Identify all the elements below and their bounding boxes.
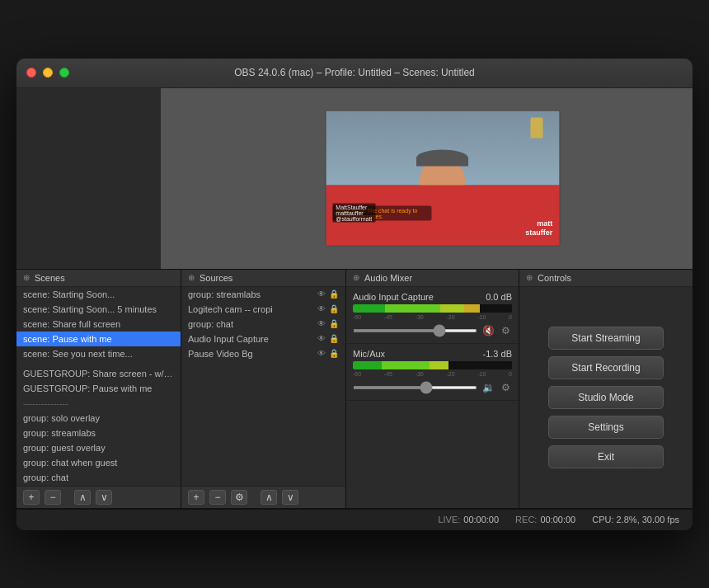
audio-header-icon: ⊕ [353, 273, 359, 282]
meter-seg-green-mid-1 [382, 361, 430, 369]
settings-button[interactable]: Settings [548, 416, 664, 439]
window-title: OBS 24.0.6 (mac) – Profile: Untitled – S… [234, 67, 474, 78]
lock-icon-3[interactable]: 🔒 [329, 334, 339, 343]
sources-toolbar: + − ⚙ ∧ ∨ [181, 486, 345, 508]
mute-button-1[interactable]: 🔉 [481, 380, 496, 395]
sources-up-button[interactable]: ∧ [261, 490, 277, 505]
source-item-0[interactable]: group: streamlabs 👁 🔒 [181, 287, 345, 302]
audio-db-0: 0.0 dB [486, 292, 512, 302]
sources-header: ⊕ Sources [181, 270, 345, 287]
meter-seg-green-mid-0 [385, 304, 441, 313]
eye-icon-1[interactable]: 👁 [317, 304, 326, 313]
brand-watermark: matt stauffer [525, 219, 552, 238]
sources-panel: ⊕ Sources group: streamlabs 👁 🔒 Logitech… [181, 270, 346, 508]
audio-settings-0[interactable]: ⚙ [500, 323, 512, 338]
audio-content: Audio Input Capture 0.0 dB -60 -45 -30 [346, 287, 519, 508]
start-streaming-button[interactable]: Start Streaming [548, 327, 664, 350]
audio-name-1: Mic/Aux [353, 349, 385, 359]
scene-item-10[interactable]: group: streamlabs [16, 426, 181, 440]
scenes-toolbar: + − ∧ ∨ [16, 486, 181, 508]
sources-list[interactable]: group: streamlabs 👁 🔒 Logitech cam -- cr… [181, 287, 345, 486]
audio-channel-1: Mic/Aux -1.3 dB -60 -45 -30 -20 [346, 344, 519, 401]
scene-item-7[interactable]: GUESTGROUP: Pause with me [16, 381, 181, 396]
source-label-4: Pause Video Bg [188, 349, 253, 359]
start-recording-button[interactable]: Start Recording [548, 356, 664, 379]
brand-text: matt stauffer [525, 219, 552, 238]
traffic-lights [26, 68, 69, 78]
eye-icon-2[interactable]: 👁 [317, 319, 326, 328]
audio-channel-0: Audio Input Capture 0.0 dB -60 -45 -30 [346, 287, 519, 344]
audio-header: ⊕ Audio Mixer [346, 270, 519, 287]
audio-meter-1 [353, 361, 512, 369]
preview-area: Nostrum io: The chat is ready to display… [16, 88, 693, 270]
scenes-up-button[interactable]: ∧ [74, 490, 91, 505]
source-icons-4: 👁 🔒 [317, 349, 339, 358]
scene-item-1[interactable]: scene: Starting Soon... 5 minutes [16, 302, 181, 317]
sources-down-button[interactable]: ∨ [282, 490, 298, 505]
cpu-value: CPU: 2.8%, 30.00 fps [592, 515, 679, 524]
source-icons-3: 👁 🔒 [317, 334, 339, 343]
scene-item-3[interactable]: scene: Pause with me [16, 332, 181, 346]
scene-item-4[interactable]: scene: See you next time... [16, 346, 181, 361]
audio-settings-1[interactable]: ⚙ [500, 380, 512, 395]
scenes-header: ⊕ Scenes [16, 270, 181, 287]
sources-header-icon: ⊕ [188, 273, 195, 282]
lock-icon-0[interactable]: 🔒 [329, 289, 339, 299]
source-label-3: Audio Input Capture [188, 334, 269, 344]
scenes-list[interactable]: scene: Starting Soon... scene: Starting … [16, 287, 181, 486]
studio-mode-button[interactable]: Studio Mode [548, 386, 664, 409]
meter-seg-green-low-0 [353, 304, 385, 313]
preview-left-dark [16, 88, 161, 269]
scene-item-9[interactable]: group: solo overlay [16, 411, 181, 426]
scene-item-13[interactable]: group: chat [16, 470, 181, 485]
eye-icon-3[interactable]: 👁 [317, 334, 326, 343]
source-item-2[interactable]: group: chat 👁 🔒 [181, 317, 345, 332]
sources-add-button[interactable]: + [188, 490, 204, 505]
meter-seg-empty-1 [448, 361, 512, 369]
volume-slider-1[interactable] [353, 386, 477, 389]
source-item-3[interactable]: Audio Input Capture 👁 🔒 [181, 332, 345, 346]
source-label-1: Logitech cam -- cropi [188, 304, 273, 314]
obs-window: OBS 24.0.6 (mac) – Profile: Untitled – S… [16, 59, 693, 530]
volume-slider-0[interactable] [353, 329, 477, 332]
meter-seg-green-low-1 [353, 361, 382, 369]
camera-bg-top [326, 111, 559, 186]
source-item-1[interactable]: Logitech cam -- cropi 👁 🔒 [181, 302, 345, 317]
sources-remove-button[interactable]: − [209, 490, 226, 505]
eye-icon-0[interactable]: 👁 [317, 289, 326, 299]
tick-0-3: -20 [446, 314, 454, 320]
scenes-add-button[interactable]: + [23, 490, 40, 505]
scenes-down-button[interactable]: ∨ [96, 490, 112, 505]
live-value: 00:00:00 [463, 515, 499, 524]
minimize-button[interactable] [43, 68, 53, 78]
scenes-header-icon: ⊕ [23, 273, 30, 282]
live-status: LIVE: 00:00:00 [438, 515, 499, 524]
exit-button[interactable]: Exit [548, 445, 664, 468]
controls-content: Start Streaming Start Recording Studio M… [519, 287, 693, 508]
lock-icon-4[interactable]: 🔒 [329, 349, 339, 358]
controls-header: ⊕ Controls [519, 270, 693, 287]
scene-item-11[interactable]: group: guest overlay [16, 440, 181, 455]
close-button[interactable] [26, 68, 36, 78]
rec-value: 00:00:00 [540, 515, 575, 524]
scenes-remove-button[interactable]: − [45, 490, 61, 505]
scene-item-6[interactable]: GUESTGROUP: Share screen - w/Skype [16, 366, 181, 381]
source-icons-0: 👁 🔒 [317, 289, 339, 299]
audio-db-1: -1.3 dB [483, 349, 512, 359]
audio-panel: ⊕ Audio Mixer Audio Input Capture 0.0 dB [346, 270, 519, 508]
scene-item-2[interactable]: scene: Share full screen [16, 317, 181, 332]
tick-1-3: -20 [446, 371, 454, 377]
audio-name-0: Audio Input Capture [353, 292, 434, 302]
scene-item-12[interactable]: group: chat when guest [16, 455, 181, 470]
meter-seg-green-hi-0 [440, 304, 464, 313]
scene-item-0[interactable]: scene: Starting Soon... [16, 287, 181, 302]
scene-separator: --------------- [16, 396, 181, 411]
audio-label-row-1: Mic/Aux -1.3 dB [353, 349, 512, 359]
mute-button-0[interactable]: 🔇 [481, 323, 496, 338]
lock-icon-2[interactable]: 🔒 [329, 319, 339, 328]
maximize-button[interactable] [59, 68, 69, 78]
source-item-4[interactable]: Pause Video Bg 👁 🔒 [181, 346, 345, 361]
eye-icon-4[interactable]: 👁 [317, 349, 326, 358]
sources-settings-button[interactable]: ⚙ [231, 490, 247, 505]
lock-icon-1[interactable]: 🔒 [329, 304, 339, 313]
